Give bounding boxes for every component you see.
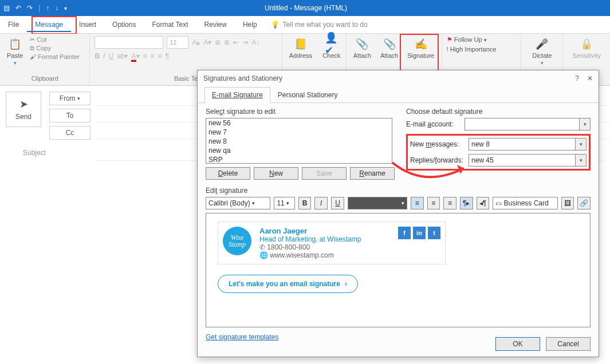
align-right-icon[interactable]: ≡: [443, 197, 456, 209]
signature-editor[interactable]: Wise Stamp Aaron Jaeger Head of Marketin…: [206, 213, 591, 327]
numbering-icon[interactable]: ≣: [224, 38, 230, 46]
align-center-icon[interactable]: ≡: [427, 197, 440, 209]
to-button[interactable]: To: [49, 109, 90, 122]
shrink-font-icon[interactable]: A▾: [203, 38, 211, 46]
paste-button[interactable]: 📋 Paste ▾: [5, 36, 25, 67]
replies-forwards-label: Replies/forwards:: [410, 156, 469, 164]
copy-button[interactable]: ⧉ Copy: [30, 45, 80, 52]
replies-forwards-select[interactable]: new 45▾: [469, 154, 587, 167]
from-button[interactable]: From ▾: [49, 92, 90, 105]
sig-color-select[interactable]: ▾: [348, 197, 407, 209]
follow-up-button[interactable]: ⚑ Follow Up ▾: [447, 36, 517, 43]
tab-format-text[interactable]: Format Text: [144, 17, 196, 32]
dictate-button[interactable]: 🎤Dictate▾: [526, 36, 558, 67]
rename-button[interactable]: Rename: [350, 167, 395, 180]
close-icon[interactable]: ✕: [587, 74, 593, 82]
new-messages-select[interactable]: new 8▾: [469, 138, 587, 151]
save-button[interactable]: Save: [302, 167, 347, 180]
new-button[interactable]: New: [254, 167, 298, 180]
grow-font-icon[interactable]: A▴: [192, 38, 200, 46]
delete-button[interactable]: Delete: [206, 167, 250, 180]
rtl-icon[interactable]: ◂¶: [477, 197, 490, 209]
wisestamp-cta-button[interactable]: Let's make you an email signature›: [218, 275, 358, 293]
underline-icon[interactable]: U: [331, 197, 344, 209]
email-account-select[interactable]: ▾: [465, 118, 591, 130]
paragraph-icon[interactable]: ¶: [166, 52, 169, 60]
help-icon[interactable]: ?: [575, 74, 579, 82]
list-item[interactable]: new 8: [206, 137, 392, 146]
sensitivity-icon: 🔒: [580, 37, 593, 51]
sig-role: Head of Marketing, at Wisestamp: [259, 235, 361, 243]
list-item[interactable]: new 7: [206, 128, 392, 137]
address-book-button[interactable]: 📒Address: [287, 36, 314, 60]
font-color-icon[interactable]: A▾: [131, 52, 139, 60]
redo-icon[interactable]: ↷: [27, 4, 33, 12]
outdent-icon[interactable]: ⇤: [233, 38, 239, 46]
sig-name: Aaron Jaeger: [259, 227, 361, 235]
indent-icon[interactable]: ⇥: [242, 38, 248, 46]
check-names-icon: 👤✔: [325, 37, 339, 51]
linkedin-icon[interactable]: in: [413, 227, 426, 239]
list-item[interactable]: new 56: [206, 118, 392, 128]
cut-button[interactable]: ✂ Cut: [30, 36, 80, 43]
tab-email-signature[interactable]: E-mail Signature: [204, 87, 270, 103]
ok-button[interactable]: OK: [495, 337, 540, 351]
twitter-icon[interactable]: t: [428, 227, 440, 239]
sort-icon[interactable]: A↓: [251, 38, 259, 46]
tell-me-input[interactable]: Tell me what you want to do: [283, 21, 368, 29]
save-icon[interactable]: ▤: [3, 4, 10, 12]
tab-personal-stationery[interactable]: Personal Stationery: [270, 87, 345, 103]
signature-icon: ✍: [414, 37, 428, 51]
italic-icon[interactable]: I: [314, 197, 328, 209]
sig-size-select[interactable]: 11 ▾: [274, 197, 294, 209]
business-card-button[interactable]: ▭ Business Card: [493, 197, 557, 209]
list-item[interactable]: SRP: [206, 155, 392, 164]
bullets-icon[interactable]: ≣: [215, 38, 221, 46]
font-size-select[interactable]: 11: [167, 36, 188, 49]
underline-icon[interactable]: U: [108, 52, 113, 60]
align-right-icon[interactable]: ≡: [158, 52, 162, 60]
high-importance-button[interactable]: ! High Importance: [447, 46, 517, 53]
list-item[interactable]: new qa: [206, 146, 392, 155]
send-button[interactable]: ➤ Send: [6, 92, 41, 127]
undo-icon[interactable]: ↶: [15, 4, 21, 12]
sig-phone: ✆ 1800-800-800: [259, 243, 361, 251]
tab-help[interactable]: Help: [235, 17, 265, 32]
up-icon[interactable]: ↑: [46, 4, 49, 12]
format-painter-button[interactable]: 🖌 Format Painter: [30, 53, 80, 60]
sig-site: 🌐 www.wisestamp.com: [259, 251, 361, 259]
get-templates-link[interactable]: Get signature templates: [206, 333, 278, 341]
bold-icon[interactable]: B: [95, 52, 100, 60]
tab-options[interactable]: Options: [104, 17, 144, 32]
signature-button[interactable]: ✍Signature: [405, 36, 436, 60]
down-icon[interactable]: ↓: [55, 4, 58, 12]
tab-message[interactable]: Message: [27, 17, 71, 32]
font-family-select[interactable]: [95, 36, 163, 49]
tab-review[interactable]: Review: [196, 17, 235, 32]
bold-icon[interactable]: B: [298, 197, 312, 209]
customize-qat-icon[interactable]: ▾: [64, 5, 67, 11]
chevron-down-icon: ▾: [575, 155, 586, 166]
attach-file-button[interactable]: 📎Attach: [351, 36, 373, 60]
sensitivity-button[interactable]: 🔒Sensitivity: [568, 36, 605, 60]
highlight-icon[interactable]: ab▾: [117, 52, 128, 60]
dialog-tabs: E-mail Signature Personal Stationery: [198, 86, 599, 103]
signature-preview-card: Wise Stamp Aaron Jaeger Head of Marketin…: [218, 221, 446, 264]
sig-font-select[interactable]: Calibri (Body) ▾: [206, 197, 270, 209]
check-names-button[interactable]: 👤✔Check: [320, 36, 343, 60]
facebook-icon[interactable]: f: [398, 227, 411, 239]
chevron-down-icon: ▾: [14, 60, 17, 66]
link-icon[interactable]: 🔗: [577, 197, 591, 209]
cc-button[interactable]: Cc: [49, 126, 90, 140]
align-center-icon[interactable]: ≡: [151, 52, 155, 60]
cancel-button[interactable]: Cancel: [546, 337, 591, 351]
signature-list[interactable]: new 56 new 7 new 8 new qa SRP yuval: [206, 118, 392, 164]
ltr-icon[interactable]: ¶▸: [460, 197, 473, 209]
tab-insert[interactable]: Insert: [71, 17, 104, 32]
attach-item-button[interactable]: 📎Attach: [378, 36, 400, 60]
align-left-icon[interactable]: ≡: [143, 52, 147, 60]
picture-icon[interactable]: 🖼: [561, 197, 574, 209]
align-left-icon[interactable]: ≡: [411, 197, 424, 209]
italic-icon[interactable]: I: [103, 52, 105, 60]
tab-file[interactable]: File: [0, 17, 27, 32]
